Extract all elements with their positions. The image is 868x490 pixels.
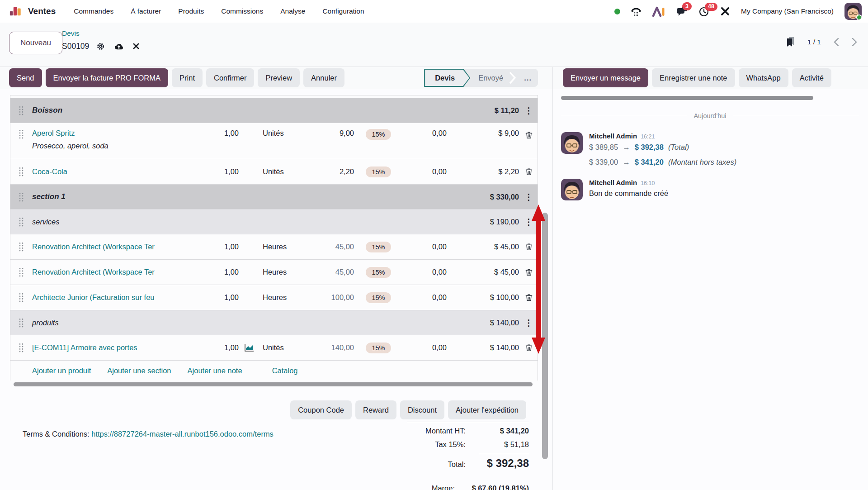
drag-handle-icon[interactable]	[10, 242, 32, 252]
product-link[interactable]: Coca-Cola	[32, 167, 184, 176]
unit-price-cell[interactable]: 2,20	[318, 167, 354, 176]
tax-badge[interactable]: 15%	[366, 292, 391, 303]
avatar[interactable]	[561, 179, 583, 200]
product-link[interactable]: Architecte Junior (Facturation sur feu	[32, 293, 184, 302]
drag-handle-icon[interactable]	[10, 167, 32, 177]
add-shipping-button[interactable]: Ajouter l'expédition	[448, 400, 526, 419]
bookmark-icon[interactable]	[786, 37, 795, 47]
drag-handle-icon[interactable]	[10, 267, 32, 277]
table-row-subsection-services[interactable]: services $ 190,00 ⋮	[10, 209, 538, 234]
qty-cell[interactable]: 1,00	[184, 243, 239, 251]
unit-price-cell[interactable]: 45,00	[318, 243, 354, 251]
status-step-devis[interactable]: Devis	[424, 69, 470, 87]
activity-button[interactable]: Activité	[792, 68, 831, 87]
nav-item-configuration[interactable]: Configuration	[322, 7, 364, 15]
tax-badge[interactable]: 15%	[366, 167, 391, 177]
table-row-renovation-architect-1[interactable]: Renovation Architect (Workspace Ter 1,00…	[10, 234, 538, 260]
chatter-scroll-indicator[interactable]	[561, 96, 813, 100]
table-row-architecte-junior[interactable]: Architecte Junior (Facturation sur feu 1…	[10, 285, 538, 310]
cancel-button[interactable]: Annuler	[303, 68, 344, 87]
debug-tools-icon[interactable]	[720, 6, 730, 16]
discount-button[interactable]: Discount	[400, 400, 444, 419]
product-link[interactable]: [E-COM11] Armoire avec portes	[32, 343, 184, 352]
table-row-coca-cola[interactable]: Coca-Cola 1,00 Unités 2,20 15% 0,00 $ 2,…	[10, 159, 538, 185]
breadcrumb-parent-devis[interactable]: Devis	[62, 29, 80, 37]
coupon-code-button[interactable]: Coupon Code	[290, 400, 352, 419]
voip-phone-icon[interactable]	[631, 7, 641, 16]
table-row-section-boisson[interactable]: Boisson $ 11,20 ⋮	[10, 98, 538, 123]
app-logo-icon[interactable]	[9, 5, 22, 18]
preview-button[interactable]: Preview	[258, 68, 300, 87]
terms-link[interactable]: https://88727264-master-all.runbot156.od…	[91, 430, 274, 438]
nav-item-commissions[interactable]: Commissions	[221, 7, 263, 15]
drag-handle-icon[interactable]	[10, 217, 32, 227]
avatar[interactable]	[561, 132, 583, 154]
table-row-renovation-architect-2[interactable]: Renovation Architect (Workspace Ter 1,00…	[10, 260, 538, 285]
message-author[interactable]: Mitchell Admin	[589, 179, 637, 186]
settings-gear-icon[interactable]	[96, 42, 105, 51]
log-note-button[interactable]: Enregistrer une note	[652, 68, 735, 87]
row-menu-kebab-icon[interactable]: ⋮	[519, 193, 538, 201]
nav-item-a-facturer[interactable]: À facturer	[131, 7, 161, 15]
pager-next-icon[interactable]	[852, 38, 857, 47]
status-step-more[interactable]: ...	[516, 74, 538, 82]
product-link[interactable]: Aperol Spritz	[32, 129, 75, 137]
qty-cell[interactable]: 1,00	[184, 129, 239, 138]
activities-clock-icon[interactable]: 48	[699, 6, 709, 17]
delete-row-trash-icon[interactable]	[519, 167, 538, 176]
tax-badge[interactable]: 15%	[366, 242, 391, 252]
unit-price-cell[interactable]: 9,00	[318, 129, 354, 138]
delete-row-trash-icon[interactable]	[519, 293, 538, 302]
pager-prev-icon[interactable]	[834, 38, 839, 47]
table-row-armoire-avec-portes[interactable]: [E-COM11] Armoire avec portes 1,00 Unité…	[10, 335, 538, 361]
subsection-name[interactable]: services	[32, 218, 184, 226]
discount-cell[interactable]: 0,00	[395, 243, 447, 251]
unit-price-cell[interactable]: 140,00	[318, 343, 354, 352]
drag-handle-icon[interactable]	[10, 292, 32, 303]
nav-item-analyse[interactable]: Analyse	[280, 7, 305, 15]
discount-cell[interactable]: 0,00	[395, 343, 447, 352]
delete-row-trash-icon[interactable]	[519, 343, 538, 352]
user-avatar[interactable]	[844, 3, 862, 20]
drag-handle-icon[interactable]	[10, 192, 32, 202]
whatsapp-button[interactable]: WhatsApp	[739, 68, 788, 87]
drag-handle-icon[interactable]	[10, 105, 32, 116]
message-author[interactable]: Mitchell Admin	[589, 132, 637, 140]
qty-cell[interactable]: 1,00	[184, 343, 239, 352]
row-menu-kebab-icon[interactable]: ⋮	[519, 106, 538, 115]
save-cloud-icon[interactable]	[114, 42, 124, 50]
delete-row-trash-icon[interactable]	[519, 267, 538, 277]
new-button[interactable]: Nouveau	[9, 32, 62, 54]
table-row-aperol-spritz[interactable]: Aperol Spritz Prosecco, aperol, soda 1,0…	[10, 123, 538, 159]
discount-cell[interactable]: 0,00	[395, 268, 447, 276]
status-step-envoye[interactable]: Envoyé	[470, 74, 509, 82]
send-button[interactable]: Send	[9, 68, 42, 87]
tax-badge[interactable]: 15%	[366, 267, 391, 278]
section-name[interactable]: Boisson	[32, 106, 184, 115]
uom-cell[interactable]: Heures	[259, 293, 318, 302]
row-menu-kebab-icon[interactable]: ⋮	[519, 218, 538, 226]
add-section-link[interactable]: Ajouter une section	[107, 366, 171, 375]
uom-cell[interactable]: Heures	[259, 268, 318, 276]
uom-cell[interactable]: Unités	[259, 167, 318, 176]
proforma-button[interactable]: Envoyer la facture PRO FORMA	[46, 68, 169, 87]
forecast-chart-icon[interactable]	[239, 343, 259, 352]
company-switcher[interactable]: My Company (San Francisco)	[741, 7, 834, 15]
table-row-subsection-produits[interactable]: produits $ 140,00 ⋮	[10, 310, 538, 335]
add-note-link[interactable]: Ajouter une note	[188, 366, 242, 375]
print-button[interactable]: Print	[172, 68, 203, 87]
subsection-name[interactable]: produits	[32, 319, 184, 327]
uom-cell[interactable]: Unités	[259, 343, 318, 352]
drag-handle-icon[interactable]	[10, 318, 32, 328]
discount-cell[interactable]: 0,00	[395, 167, 447, 176]
drag-handle-icon[interactable]	[10, 129, 32, 139]
messages-icon[interactable]: 3	[676, 6, 688, 17]
nav-item-commandes[interactable]: Commandes	[74, 7, 113, 15]
horizontal-scrollbar[interactable]	[14, 382, 533, 386]
discount-cell[interactable]: 0,00	[395, 129, 447, 138]
uom-cell[interactable]: Unités	[259, 129, 318, 138]
nav-item-produits[interactable]: Produits	[178, 7, 204, 15]
send-message-button[interactable]: Envoyer un message	[563, 68, 648, 87]
app-name[interactable]: Ventes	[28, 6, 56, 16]
ai-icon[interactable]	[652, 6, 665, 17]
